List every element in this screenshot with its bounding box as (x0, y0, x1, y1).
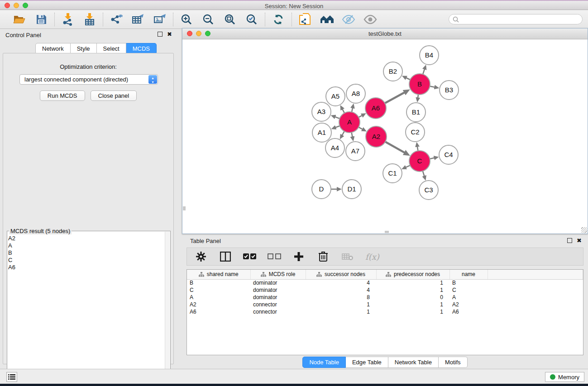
node-B[interactable]: B (409, 74, 430, 95)
show-graphics-icon[interactable] (363, 13, 377, 26)
table-row[interactable]: Bdominator41B (187, 279, 583, 286)
run-mcds-button[interactable]: Run MCDS (40, 91, 85, 101)
cell[interactable]: dominator (250, 286, 306, 294)
zoom-in-icon[interactable] (180, 13, 193, 26)
column-header-shared-name[interactable]: shared name (187, 270, 250, 279)
cell[interactable]: 8 (306, 294, 376, 301)
export-table-icon[interactable] (131, 13, 145, 26)
cell[interactable]: A2 (187, 301, 250, 308)
cell[interactable]: 1 (376, 286, 449, 294)
node-A2[interactable]: A2 (366, 126, 387, 147)
refresh-icon[interactable] (272, 13, 285, 26)
table-row[interactable]: A2connector11A2 (187, 301, 583, 308)
search-input[interactable] (459, 16, 572, 23)
cell[interactable]: A (187, 294, 250, 301)
edge-A2-C[interactable] (384, 141, 405, 152)
result-item[interactable]: A (8, 242, 15, 249)
zoom-selected-icon[interactable] (245, 13, 258, 26)
float-table-panel-icon[interactable] (567, 238, 572, 243)
table-options-gear-icon[interactable] (194, 250, 208, 263)
result-scrollbar[interactable] (165, 232, 170, 385)
node-A5[interactable]: A5 (326, 87, 345, 106)
node-C[interactable]: C (409, 151, 430, 172)
node-B1[interactable]: B1 (406, 103, 425, 122)
column-header-name[interactable]: name (449, 270, 488, 279)
node-C4[interactable]: C4 (439, 145, 458, 164)
table-row[interactable]: Adominator80A (187, 294, 583, 301)
cell[interactable]: 1 (306, 308, 376, 315)
result-item[interactable]: A6 (8, 264, 15, 271)
edge-A6-B[interactable] (384, 92, 404, 104)
node-D1[interactable]: D1 (342, 180, 361, 199)
cell[interactable]: 4 (306, 286, 376, 294)
function-builder-icon[interactable]: f(x) (365, 252, 379, 262)
table-row[interactable]: Cdominator41C (187, 286, 583, 294)
node-A3[interactable]: A3 (312, 102, 331, 121)
node-A[interactable]: A (339, 112, 360, 133)
node-A6[interactable]: A6 (365, 98, 386, 119)
close-table-panel-icon[interactable]: ✖ (577, 238, 582, 243)
column-header-predecessor-nodes[interactable]: predecessor nodes (376, 270, 449, 279)
memory-button[interactable]: Memory (545, 372, 584, 382)
cell[interactable]: A6 (187, 308, 250, 315)
cell[interactable]: 1 (376, 301, 449, 308)
node-B4[interactable]: B4 (420, 46, 439, 65)
search-field[interactable] (449, 14, 583, 24)
node-A4[interactable]: A4 (325, 138, 344, 157)
cell[interactable]: 1 (306, 301, 376, 308)
close-panel-icon[interactable]: ✖ (167, 32, 172, 37)
cell[interactable]: A2 (449, 301, 488, 308)
import-table-icon[interactable] (83, 13, 96, 26)
cell[interactable]: dominator (250, 279, 306, 286)
save-session-icon[interactable] (34, 13, 48, 26)
cell[interactable]: dominator (250, 294, 306, 301)
cell[interactable]: A (449, 294, 488, 301)
result-item[interactable]: C (8, 257, 15, 264)
node-B2[interactable]: B2 (383, 62, 402, 81)
resize-grip[interactable] (581, 227, 587, 233)
cell[interactable]: B (449, 279, 488, 286)
export-network-icon[interactable] (110, 13, 123, 26)
mcds-result-list[interactable]: A2ABCA6 (8, 235, 15, 271)
delete-table-icon[interactable] (341, 250, 354, 263)
home-icon[interactable] (320, 13, 334, 26)
cell[interactable]: B (187, 279, 250, 286)
tab-edge-table[interactable]: Edge Table (346, 357, 388, 368)
node-B3[interactable]: B3 (440, 81, 459, 100)
network-window-titlebar[interactable]: testGlobe.txt (182, 29, 588, 39)
node-A8[interactable]: A8 (346, 84, 365, 103)
cell[interactable]: 1 (376, 308, 449, 315)
node-A7[interactable]: A7 (346, 142, 365, 161)
import-network-icon[interactable] (61, 13, 75, 26)
cell[interactable]: A6 (449, 308, 488, 315)
horizontal-scroll-thumb[interactable] (385, 231, 389, 233)
add-column-icon[interactable] (292, 250, 306, 263)
cell[interactable]: 0 (376, 294, 449, 301)
copy-network-view-icon[interactable] (298, 13, 312, 26)
node-table[interactable]: shared nameMCDS rolesuccessor nodesprede… (186, 269, 583, 355)
tab-node-table[interactable]: Node Table (302, 357, 346, 368)
cell[interactable]: C (449, 286, 488, 294)
column-header-MCDS-role[interactable]: MCDS role (250, 270, 306, 279)
vertical-scroll-thumb[interactable] (183, 206, 186, 210)
tab-motifs[interactable]: Motifs (439, 357, 468, 368)
deselect-all-icon[interactable] (268, 250, 281, 263)
delete-column-icon[interactable] (316, 250, 330, 263)
zoom-out-icon[interactable] (201, 13, 215, 26)
open-session-icon[interactable] (13, 13, 26, 26)
node-C3[interactable]: C3 (419, 181, 438, 200)
column-header-successor-nodes[interactable]: successor nodes (306, 270, 376, 279)
cell[interactable]: 4 (306, 279, 376, 286)
export-image-icon[interactable] (153, 13, 167, 26)
optimization-criterion-select[interactable]: largest connected component (directed) ▲… (19, 74, 158, 85)
tab-network-table[interactable]: Network Table (388, 357, 439, 368)
table-row[interactable]: A6connector11A6 (187, 308, 583, 315)
close-panel-button[interactable]: Close panel (91, 91, 137, 101)
task-history-button[interactable] (6, 372, 17, 382)
result-item[interactable]: B (8, 249, 15, 257)
cell[interactable]: 1 (376, 279, 449, 286)
float-panel-icon[interactable] (158, 32, 163, 37)
node-A1[interactable]: A1 (312, 123, 331, 142)
network-graph[interactable]: B4B2BB3A5A8A6A3B1AC2A1A2A4A7C4CC1DD1C3 (183, 40, 587, 233)
network-canvas[interactable]: B4B2BB3A5A8A6A3B1AC2A1A2A4A7C4CC1DD1C3 (183, 40, 587, 233)
